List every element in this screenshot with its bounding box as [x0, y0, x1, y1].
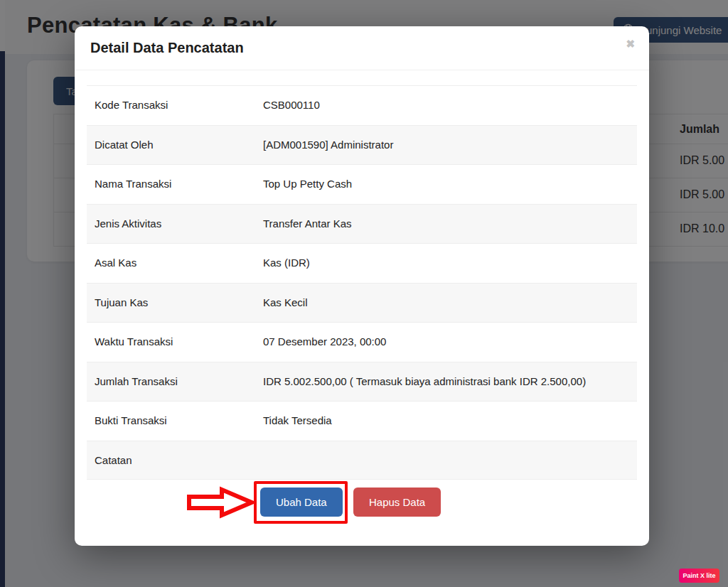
close-icon[interactable]: ✖ [626, 38, 635, 49]
field-value: Kas (IDR) [263, 255, 310, 271]
detail-row: Kode Transaksi CSB000110 [87, 86, 637, 126]
detail-row: Asal Kas Kas (IDR) [87, 244, 637, 284]
edit-data-button[interactable]: Ubah Data [260, 488, 343, 517]
detail-table: Kode Transaksi CSB000110 Dicatat Oleh [A… [87, 85, 637, 480]
field-value: [ADM001590] Administrator [263, 137, 393, 154]
detail-row: Tujuan Kas Kas Kecil [87, 284, 637, 323]
field-label: Asal Kas [87, 255, 263, 271]
detail-modal: Detail Data Pencatatan ✖ Kode Transaksi … [75, 26, 649, 546]
field-label: Nama Transaksi [87, 176, 263, 193]
field-label: Dicatat Oleh [87, 137, 263, 154]
field-value: Top Up Petty Cash [263, 176, 352, 193]
field-label: Waktu Transaksi [87, 334, 263, 350]
detail-row: Jenis Aktivitas Transfer Antar Kas [87, 205, 637, 244]
field-label: Kode Transaksi [87, 97, 263, 114]
annotation-arrow-icon [185, 485, 256, 519]
modal-title: Detail Data Pencatatan [90, 40, 244, 56]
field-label: Jenis Aktivitas [87, 216, 263, 232]
detail-row: Jumlah Transaksi IDR 5.002.500,00 ( Term… [87, 362, 637, 402]
paintx-watermark: Paint X lite [679, 569, 719, 583]
field-value: Kas Kecil [263, 295, 308, 311]
field-value: Tidak Tersedia [263, 413, 332, 429]
field-value: CSB000110 [263, 97, 320, 114]
field-label: Catatan [87, 453, 263, 468]
field-value: IDR 5.002.500,00 ( Termasuk biaya admini… [263, 374, 586, 390]
field-value: Transfer Antar Kas [263, 216, 352, 232]
field-label: Tujuan Kas [87, 295, 263, 311]
field-label: Jumlah Transaksi [87, 374, 263, 390]
detail-row: Nama Transaksi Top Up Petty Cash [87, 165, 637, 205]
field-label: Bukti Transaksi [87, 413, 263, 429]
delete-data-button[interactable]: Hapus Data [353, 488, 441, 517]
detail-row: Catatan [87, 441, 637, 480]
detail-row: Waktu Transaksi 07 Desember 2023, 00:00 [87, 323, 637, 362]
field-value: 07 Desember 2023, 00:00 [263, 334, 386, 350]
detail-row: Dicatat Oleh [ADM001590] Administrator [87, 126, 637, 166]
detail-row: Bukti Transaksi Tidak Tersedia [87, 402, 637, 441]
modal-header: Detail Data Pencatatan [75, 26, 649, 70]
